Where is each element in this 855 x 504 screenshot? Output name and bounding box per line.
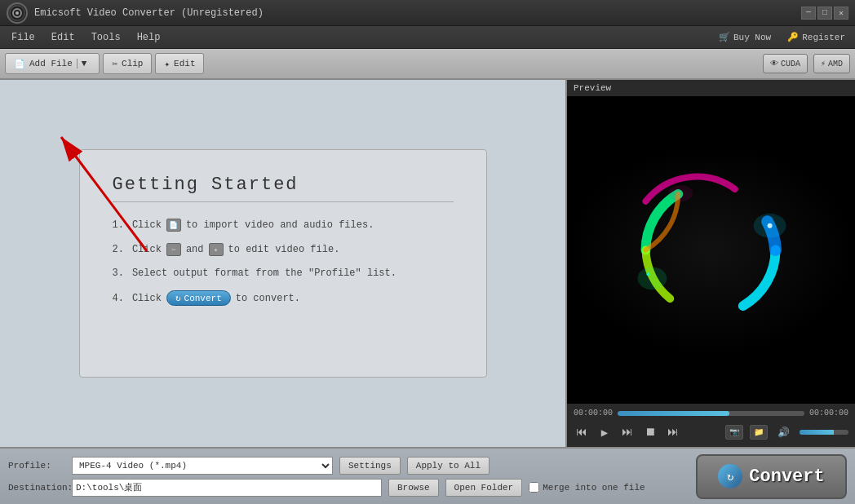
close-button[interactable]: ✕ — [834, 7, 848, 20]
svg-point-11 — [668, 185, 693, 201]
menu-tools[interactable]: Tools — [83, 29, 129, 46]
progress-track[interactable] — [618, 411, 804, 416]
step-2: 2. Click ✂ and ✦ to edit video file. — [113, 243, 454, 256]
amd-icon: ⚡ — [821, 59, 826, 69]
add-file-dropdown-arrow[interactable]: ▼ — [77, 59, 91, 69]
playback-controls: ⏮ ▶ ⏭ ⏹ ⏭ 📷 📁 🔊 — [574, 422, 848, 442]
svg-point-2 — [16, 11, 19, 15]
snapshot-button[interactable]: 📷 — [725, 425, 743, 440]
merge-checkbox-label[interactable]: Merge into one file — [529, 482, 645, 493]
edit-icon: ✦ — [164, 59, 170, 69]
volume-fill — [800, 430, 834, 435]
add-file-icon: 📄 — [14, 59, 25, 69]
destination-input[interactable] — [72, 479, 382, 497]
buy-now-link[interactable]: 🛒 Buy Now — [712, 29, 777, 45]
merge-checkbox[interactable] — [529, 482, 539, 493]
convert-inline-icon: ↻ — [175, 293, 181, 303]
stop-button[interactable]: ⏹ — [642, 424, 658, 440]
menu-help[interactable]: Help — [129, 29, 169, 46]
main-area: Getting Started 1. Click 📄 to import vid… — [0, 80, 855, 447]
menu-bar: File Edit Tools Help 🛒 Buy Now 🔑 Registe… — [0, 26, 855, 49]
menu-right-area: 🛒 Buy Now 🔑 Register — [712, 29, 852, 45]
convert-main-label: Convert — [749, 466, 824, 487]
amd-button[interactable]: ⚡ AMD — [813, 54, 850, 73]
menu-edit[interactable]: Edit — [43, 29, 83, 46]
open-folder-button[interactable]: Open Folder — [445, 479, 523, 497]
getting-started-panel: Getting Started 1. Click 📄 to import vid… — [79, 149, 487, 378]
svg-point-9 — [754, 214, 786, 238]
preview-area: Preview — [565, 80, 855, 447]
volume-icon: 🔊 — [777, 427, 790, 439]
title-bar: Emicsoft Video Converter (Unregistered) … — [0, 0, 855, 26]
preview-video — [567, 96, 855, 404]
step-4: 4. Click ↻ Convert to convert. — [113, 290, 454, 306]
clip-step-icon: ✂ — [166, 243, 181, 256]
window-controls: ─ □ ✕ — [801, 7, 848, 20]
destination-label: Destination: — [8, 483, 65, 493]
preview-visual — [567, 96, 855, 404]
bottom-left-area: Profile: MPEG-4 Video (*.mp4) Settings A… — [8, 453, 688, 501]
getting-started-title: Getting Started — [113, 175, 454, 202]
skip-end-button[interactable]: ⏭ — [665, 424, 681, 440]
svg-point-10 — [638, 267, 667, 290]
folder-button[interactable]: 📁 — [750, 425, 768, 440]
add-file-button[interactable]: 📄 Add File ▼ — [5, 53, 100, 74]
app-title: Emicsoft Video Converter (Unregistered) — [34, 7, 801, 19]
content-area: Getting Started 1. Click 📄 to import vid… — [0, 80, 565, 447]
step-3: 3. Select output format from the "Profil… — [113, 267, 454, 279]
edit-step-icon: ✦ — [209, 243, 224, 256]
fast-forward-button[interactable]: ⏭ — [619, 424, 636, 440]
convert-main-icon: ↻ — [718, 464, 742, 489]
browse-button[interactable]: Browse — [388, 479, 439, 497]
app-logo — [7, 2, 28, 24]
progress-fill — [618, 411, 729, 416]
register-link[interactable]: 🔑 Register — [781, 29, 852, 45]
key-icon: 🔑 — [787, 32, 799, 42]
cuda-icon: 👁 — [770, 59, 778, 69]
clip-icon: ✂ — [112, 59, 117, 69]
convert-inline-button[interactable]: ↻ Convert — [166, 290, 231, 306]
cart-icon: 🛒 — [719, 32, 730, 42]
profile-label: Profile: — [8, 461, 65, 471]
play-button[interactable]: ▶ — [596, 424, 613, 440]
edit-button[interactable]: ✦ Edit — [155, 53, 204, 74]
maximize-button[interactable]: □ — [817, 7, 832, 20]
destination-row: Destination: Browse Open Folder Merge in… — [8, 479, 688, 497]
apply-to-all-button[interactable]: Apply to All — [407, 457, 490, 475]
volume-slider[interactable] — [800, 430, 848, 435]
preview-label: Preview — [567, 80, 855, 96]
step-1: 1. Click 📄 to import video and audio fil… — [113, 219, 454, 232]
time-end: 00:00:00 — [809, 409, 848, 418]
preview-controls: 00:00:00 00:00:00 ⏮ ▶ ⏭ ⏹ ⏭ 📷 📁 🔊 — [567, 404, 855, 447]
profile-select[interactable]: MPEG-4 Video (*.mp4) — [72, 457, 333, 475]
profile-row: Profile: MPEG-4 Video (*.mp4) Settings A… — [8, 457, 688, 475]
progress-bar-area: 00:00:00 00:00:00 — [574, 409, 848, 418]
menu-file[interactable]: File — [3, 29, 43, 46]
bottom-bar: Profile: MPEG-4 Video (*.mp4) Settings A… — [0, 447, 855, 504]
clip-button[interactable]: ✂ Clip — [103, 53, 152, 74]
add-file-step-icon: 📄 — [166, 219, 181, 232]
skip-back-button[interactable]: ⏮ — [574, 424, 590, 440]
cuda-button[interactable]: 👁 CUDA — [763, 54, 808, 73]
convert-main-button[interactable]: ↻ Convert — [696, 454, 847, 499]
settings-button[interactable]: Settings — [339, 457, 401, 475]
time-start: 00:00:00 — [574, 409, 613, 418]
toolbar: 📄 Add File ▼ ✂ Clip ✦ Edit 👁 CUDA ⚡ AMD — [0, 49, 855, 80]
minimize-button[interactable]: ─ — [801, 7, 816, 20]
